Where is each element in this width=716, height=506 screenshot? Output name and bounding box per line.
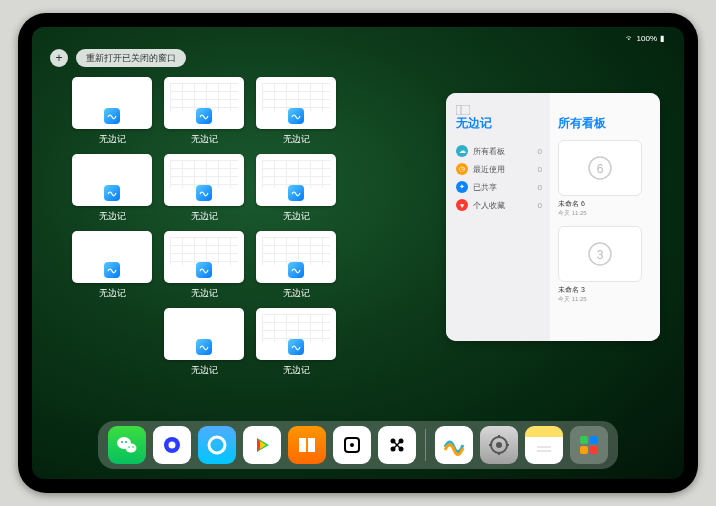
thumbnail-preview	[256, 231, 336, 283]
svg-text:3: 3	[597, 248, 604, 262]
sidebar-item[interactable]: ☁所有看板0	[456, 142, 542, 160]
svg-point-13	[169, 442, 176, 449]
window-thumbnail[interactable]: 无边记	[164, 154, 244, 223]
battery-icon: ▮	[660, 34, 664, 43]
thumbnail-preview	[256, 308, 336, 360]
svg-rect-36	[590, 436, 598, 444]
topbar: + 重新打开已关闭的窗口	[50, 49, 186, 67]
thumbnail-preview	[72, 154, 152, 206]
add-button[interactable]: +	[50, 49, 68, 67]
thumbnail-preview	[164, 77, 244, 129]
window-label: 无边记	[256, 287, 336, 300]
ipad-frame: ᯤ 100% ▮ + 重新打开已关闭的窗口 无边记无边记无边记无边记无边记无边记…	[18, 13, 698, 493]
dock	[98, 421, 618, 469]
window-thumbnail[interactable]: 无边记	[164, 231, 244, 300]
sidebar-item[interactable]: ✦已共享0	[456, 178, 542, 196]
dock-wechat-icon[interactable]	[108, 426, 146, 464]
window-label: 无边记	[256, 364, 336, 377]
sidebar-item-count: 0	[538, 201, 542, 210]
sidebar-item-count: 0	[538, 147, 542, 156]
sidebar-item-label: 最近使用	[473, 164, 533, 175]
freeform-app-icon	[196, 339, 212, 355]
window-thumbnail[interactable]: 无边记	[256, 77, 336, 146]
svg-point-11	[132, 446, 134, 448]
freeform-app-icon	[288, 262, 304, 278]
svg-text:6: 6	[597, 162, 604, 176]
reopen-closed-window-button[interactable]: 重新打开已关闭的窗口	[76, 49, 186, 67]
sidebar-item-icon: ☁	[456, 145, 468, 157]
freeform-app-icon	[104, 108, 120, 124]
screen: ᯤ 100% ▮ + 重新打开已关闭的窗口 无边记无边记无边记无边记无边记无边记…	[32, 27, 684, 479]
dock-app-library-icon[interactable]	[570, 426, 608, 464]
sidebar-item-count: 0	[538, 165, 542, 174]
window-thumbnail[interactable]: 无边记	[72, 77, 152, 146]
sidebar-item[interactable]: ♥个人收藏0	[456, 196, 542, 214]
thumbnail-preview	[164, 154, 244, 206]
window-thumbnail[interactable]: 无边记	[164, 77, 244, 146]
window-thumbnail[interactable]: 无边记	[256, 154, 336, 223]
dock-dice-icon[interactable]	[333, 426, 371, 464]
freeform-app-icon	[104, 262, 120, 278]
window-thumbnail[interactable]: 无边记	[256, 308, 336, 377]
sidebar-item-label: 所有看板	[473, 146, 533, 157]
dock-freeform-icon[interactable]	[435, 426, 473, 464]
battery-pct: 100%	[637, 34, 657, 43]
window-label: 无边记	[164, 287, 244, 300]
sidebar-toggle-icon[interactable]	[456, 101, 470, 111]
svg-rect-35	[580, 436, 588, 444]
freeform-app-icon	[196, 108, 212, 124]
svg-rect-38	[590, 446, 598, 454]
window-grid: 无边记无边记无边记无边记无边记无边记无边记无边记无边记无边记无边记	[72, 77, 428, 377]
svg-point-8	[121, 441, 123, 443]
board-date: 今天 11:25	[558, 209, 642, 218]
wifi-icon: ᯤ	[626, 34, 634, 43]
window-label: 无边记	[164, 364, 244, 377]
window-thumbnail[interactable]: 无边记	[72, 231, 152, 300]
svg-point-10	[128, 446, 130, 448]
dock-settings-icon[interactable]	[480, 426, 518, 464]
sidebar-item-icon: ✦	[456, 181, 468, 193]
board-name: 未命名 6	[558, 199, 642, 209]
thumbnail-preview	[164, 308, 244, 360]
board-card[interactable]: 6未命名 6今天 11:25	[558, 140, 642, 218]
window-thumbnail[interactable]: 无边记	[164, 308, 244, 377]
window-label: 无边记	[164, 210, 244, 223]
thumbnail-preview	[256, 154, 336, 206]
window-label: 无边记	[256, 210, 336, 223]
freeform-app-icon	[288, 108, 304, 124]
svg-point-9	[125, 441, 127, 443]
freeform-app-icon	[288, 339, 304, 355]
board-thumbnail: 3	[558, 226, 642, 282]
board-card[interactable]: 3未命名 3今天 11:25	[558, 226, 642, 304]
board-thumbnail: 6	[558, 140, 642, 196]
dock-qq-browser-icon[interactable]	[198, 426, 236, 464]
dock-books-icon[interactable]	[288, 426, 326, 464]
status-right: ᯤ 100% ▮	[626, 31, 664, 45]
dock-hex-app-icon[interactable]	[378, 426, 416, 464]
sidebar-item-icon: ◷	[456, 163, 468, 175]
dock-separator	[425, 429, 426, 461]
panel-content: 所有看板 6未命名 6今天 11:253未命名 3今天 11:25	[550, 93, 660, 341]
dock-notes-icon[interactable]	[525, 426, 563, 464]
sidebar-item[interactable]: ◷最近使用0	[456, 160, 542, 178]
window-thumbnail[interactable]: 无边记	[256, 231, 336, 300]
freeform-panel[interactable]: ··· 无边记 ☁所有看板0◷最近使用0✦已共享0♥个人收藏0 所有看板 6未命…	[446, 93, 660, 341]
window-label: 无边记	[72, 133, 152, 146]
board-date: 今天 11:25	[558, 295, 642, 304]
freeform-app-icon	[104, 185, 120, 201]
thumbnail-preview	[72, 231, 152, 283]
sidebar-item-icon: ♥	[456, 199, 468, 211]
sidebar-item-count: 0	[538, 183, 542, 192]
svg-rect-37	[580, 446, 588, 454]
window-label: 无边记	[164, 133, 244, 146]
panel-left-title: 无边记	[456, 115, 542, 132]
window-label: 无边记	[72, 210, 152, 223]
window-thumbnail[interactable]: 无边记	[72, 154, 152, 223]
dock-video-app-icon[interactable]	[243, 426, 281, 464]
thumbnail-preview	[72, 77, 152, 129]
dock-quark-icon[interactable]	[153, 426, 191, 464]
panel-right-title: 所有看板	[558, 115, 652, 132]
svg-point-7	[126, 444, 137, 453]
status-bar: ᯤ 100% ▮	[32, 31, 684, 45]
thumbnail-preview	[256, 77, 336, 129]
